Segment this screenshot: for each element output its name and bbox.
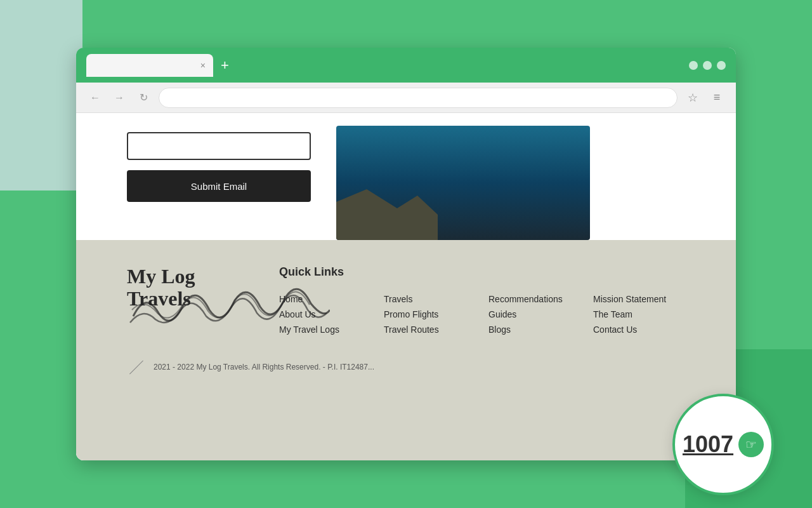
footer-link-contact[interactable]: Contact Us	[593, 322, 685, 337]
footer-link-promo-flights[interactable]: Promo Flights	[384, 307, 476, 322]
browser-window: × + ← → ↻ ☆ ≡ Submit Email	[76, 48, 736, 460]
bg-decoration-left	[0, 0, 82, 190]
browser-content: Submit Email My LogTravels	[76, 113, 736, 460]
email-form: Submit Email	[127, 126, 311, 202]
reload-button[interactable]: ↻	[134, 89, 152, 107]
hand-icon-symbol: ☞	[745, 437, 757, 452]
footer-copyright: 2021 - 2022 My Log Travels. All Rights R…	[127, 363, 685, 371]
footer-col-3: Recommendations Guides Blogs	[488, 291, 580, 337]
menu-icon[interactable]: ≡	[708, 89, 726, 107]
footer-link-recommendations[interactable]: Recommendations	[488, 291, 580, 307]
browser-tab-bar: × +	[76, 48, 736, 83]
address-bar-input[interactable]	[159, 88, 678, 108]
footer-link-travels[interactable]: Travels	[384, 291, 476, 307]
zoom-indicator: 1007 ☞	[672, 394, 774, 495]
back-button[interactable]: ←	[86, 89, 104, 107]
new-tab-button[interactable]: +	[221, 57, 229, 74]
footer-link-mission[interactable]: Mission Statement	[593, 291, 685, 307]
copyright-decoration	[129, 360, 143, 374]
browser-tab[interactable]: ×	[86, 54, 213, 77]
window-dot-2	[703, 61, 712, 70]
scribble-decoration	[127, 278, 330, 329]
footer-section: My LogTravels Quick Links	[76, 240, 736, 460]
footer-links-section: Quick Links Home About Us My Travel Logs…	[279, 265, 685, 337]
quick-links-title: Quick Links	[279, 265, 685, 279]
footer-link-guides[interactable]: Guides	[488, 307, 580, 322]
window-dot-3	[717, 61, 726, 70]
footer-content: My LogTravels Quick Links	[127, 265, 685, 337]
zoom-content: 1007 ☞	[683, 431, 764, 458]
links-grid: Home About Us My Travel Logs Travels Pro…	[279, 291, 685, 337]
zoom-number: 1007	[683, 431, 733, 458]
footer-link-travel-routes[interactable]: Travel Routes	[384, 322, 476, 337]
forward-button[interactable]: →	[110, 89, 128, 107]
address-bar-row: ← → ↻ ☆ ≡	[76, 83, 736, 113]
footer-link-blogs[interactable]: Blogs	[488, 322, 580, 337]
hand-pointer-icon: ☞	[738, 432, 764, 457]
footer-logo: My LogTravels	[127, 265, 241, 337]
copyright-text: 2021 - 2022 My Log Travels. All Rights R…	[154, 363, 374, 371]
browser-window-controls	[689, 61, 726, 70]
footer-link-the-team[interactable]: The Team	[593, 307, 685, 322]
footer-col-2: Travels Promo Flights Travel Routes	[384, 291, 476, 337]
tab-close-button[interactable]: ×	[200, 60, 206, 70]
bookmark-icon[interactable]: ☆	[684, 89, 702, 107]
content-top-section: Submit Email	[76, 113, 736, 240]
image-rocks	[336, 177, 438, 240]
hero-image	[336, 126, 590, 240]
email-input[interactable]	[127, 132, 311, 160]
footer-col-4: Mission Statement The Team Contact Us	[593, 291, 685, 337]
submit-email-button[interactable]: Submit Email	[127, 170, 311, 202]
window-dot-1	[689, 61, 698, 70]
